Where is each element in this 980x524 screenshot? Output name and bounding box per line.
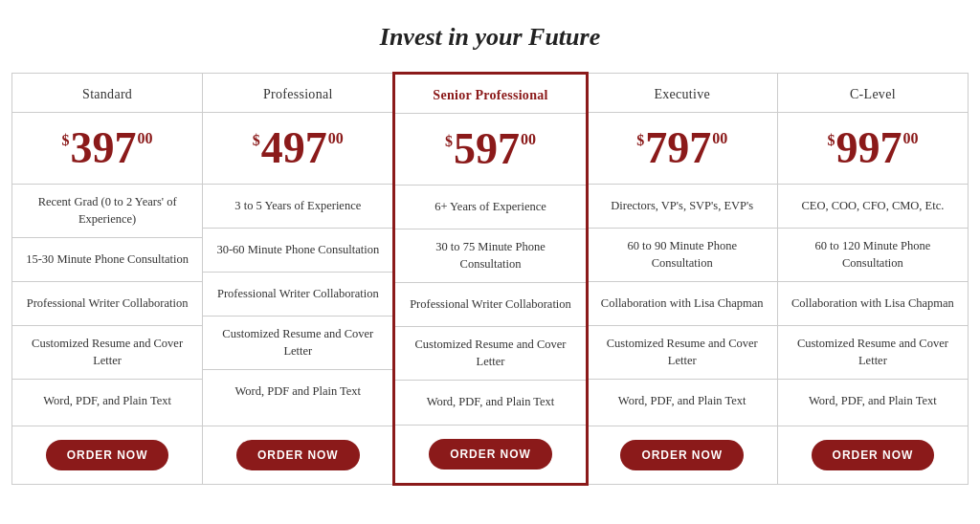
feature-professional-3: Customized Resume and Cover Letter <box>203 317 392 370</box>
plan-name-c-level: C-Level <box>778 74 968 113</box>
plan-cta-c-level: ORDER NOW <box>778 426 968 484</box>
price-main-value: 997 <box>835 126 902 170</box>
plan-price-executive: $79700 <box>588 113 777 185</box>
feature-executive-3: Customized Resume and Cover Letter <box>588 326 777 380</box>
feature-senior-professional-0: 6+ Years of Experience <box>395 186 585 229</box>
plan-price-professional: $49700 <box>203 113 392 185</box>
plan-name-standard: Standard <box>12 74 202 113</box>
features-section-professional: 3 to 5 Years of Experience30-60 Minute P… <box>203 185 392 426</box>
feature-executive-1: 60 to 90 Minute Phone Consultation <box>588 229 777 282</box>
plan-col-executive: Executive$79700Directors, VP's, SVP's, E… <box>588 74 778 484</box>
price-main-value: 597 <box>454 127 520 171</box>
plan-name-executive: Executive <box>588 74 777 113</box>
feature-senior-professional-3: Customized Resume and Cover Letter <box>395 327 585 381</box>
feature-standard-0: Recent Grad (0 to 2 Years' of Experience… <box>12 185 202 238</box>
plan-cta-executive: ORDER NOW <box>588 426 777 484</box>
plan-cta-standard: ORDER NOW <box>12 426 202 484</box>
plan-col-c-level: C-Level$99700CEO, COO, CFO, CMO, Etc.60 … <box>778 74 968 484</box>
feature-executive-4: Word, PDF, and Plain Text <box>588 380 777 424</box>
price-dollar-sign: $ <box>62 132 70 149</box>
plan-price-senior-professional: $59700 <box>395 114 585 186</box>
plan-price-standard: $39700 <box>12 113 202 185</box>
order-button-c-level[interactable]: ORDER NOW <box>812 440 935 470</box>
feature-c-level-4: Word, PDF, and Plain Text <box>778 380 968 424</box>
feature-senior-professional-4: Word, PDF, and Plain Text <box>395 381 585 425</box>
price-cents-value: 00 <box>902 130 918 147</box>
plan-name-senior-professional: Senior Professional <box>395 75 585 114</box>
price-cents-value: 00 <box>521 131 536 148</box>
order-button-senior-professional[interactable]: ORDER NOW <box>429 439 552 469</box>
features-section-executive: Directors, VP's, SVP's, EVP's60 to 90 Mi… <box>588 185 777 426</box>
price-main-value: 397 <box>71 126 137 170</box>
plan-col-standard: Standard$39700Recent Grad (0 to 2 Years'… <box>12 74 203 484</box>
page-title: Invest in your Future <box>380 23 600 52</box>
order-button-professional[interactable]: ORDER NOW <box>236 440 360 470</box>
plan-col-senior-professional: Senior Professional$597006+ Years of Exp… <box>392 72 588 486</box>
feature-c-level-1: 60 to 120 Minute Phone Consultation <box>778 229 968 282</box>
pricing-grid: Standard$39700Recent Grad (0 to 2 Years'… <box>11 73 969 485</box>
price-dollar-sign: $ <box>827 132 835 149</box>
features-section-senior-professional: 6+ Years of Experience30 to 75 Minute Ph… <box>395 186 585 425</box>
price-dollar-sign: $ <box>445 133 453 150</box>
features-section-standard: Recent Grad (0 to 2 Years' of Experience… <box>12 185 202 426</box>
feature-standard-1: 15-30 Minute Phone Consultation <box>12 238 202 282</box>
feature-c-level-2: Collaboration with Lisa Chapman <box>778 282 968 326</box>
feature-c-level-3: Customized Resume and Cover Letter <box>778 326 968 380</box>
plan-cta-professional: ORDER NOW <box>203 426 392 484</box>
price-dollar-sign: $ <box>253 132 260 149</box>
plan-cta-senior-professional: ORDER NOW <box>395 425 585 483</box>
feature-standard-3: Customized Resume and Cover Letter <box>12 326 202 380</box>
price-dollar-sign: $ <box>636 132 644 149</box>
feature-professional-2: Professional Writer Collaboration <box>203 273 392 317</box>
feature-c-level-0: CEO, COO, CFO, CMO, Etc. <box>778 185 968 229</box>
feature-executive-2: Collaboration with Lisa Chapman <box>588 282 777 326</box>
plan-name-professional: Professional <box>203 74 392 113</box>
price-cents-value: 00 <box>712 130 727 147</box>
order-button-standard[interactable]: ORDER NOW <box>46 440 169 470</box>
features-section-c-level: CEO, COO, CFO, CMO, Etc.60 to 120 Minute… <box>778 185 968 426</box>
feature-senior-professional-2: Professional Writer Collaboration <box>395 283 585 327</box>
price-main-value: 797 <box>645 126 711 170</box>
feature-professional-0: 3 to 5 Years of Experience <box>203 185 392 229</box>
feature-professional-4: Word, PDF and Plain Text <box>203 370 392 414</box>
feature-executive-0: Directors, VP's, SVP's, EVP's <box>588 185 777 229</box>
price-cents-value: 00 <box>138 130 153 147</box>
feature-professional-1: 30-60 Minute Phone Consultation <box>203 229 392 273</box>
plan-col-professional: Professional$497003 to 5 Years of Experi… <box>203 74 393 484</box>
feature-senior-professional-1: 30 to 75 Minute Phone Consultation <box>395 229 585 283</box>
price-cents-value: 00 <box>328 130 344 147</box>
feature-standard-2: Professional Writer Collaboration <box>12 282 202 326</box>
order-button-executive[interactable]: ORDER NOW <box>620 440 744 470</box>
price-main-value: 497 <box>261 126 327 170</box>
plan-price-c-level: $99700 <box>778 113 968 185</box>
feature-standard-4: Word, PDF, and Plain Text <box>12 380 202 424</box>
